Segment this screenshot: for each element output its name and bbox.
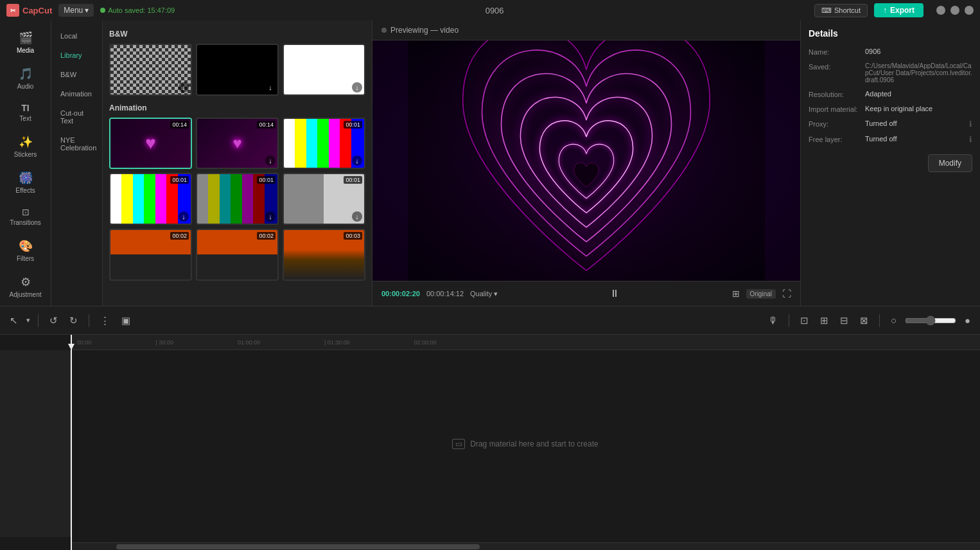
compare-button[interactable]: ⊞: [732, 288, 740, 299]
original-badge: Original: [746, 289, 776, 299]
link-button[interactable]: ⊠: [857, 313, 871, 328]
duration-heart2: 00:14: [257, 121, 276, 129]
transitions-icon: ⊡: [22, 207, 30, 217]
saved-value: C:/Users/Malavida/AppData/Local/CapCut/U…: [865, 62, 972, 84]
saved-label: Saved:: [809, 62, 860, 84]
thumb-bars2[interactable]: 00:01 ↓: [109, 173, 192, 225]
effects-icon: 🎆: [19, 171, 33, 185]
undo-button[interactable]: ↺: [46, 313, 61, 328]
thumb-black[interactable]: ↓: [196, 44, 279, 96]
download-icon-bars3[interactable]: ↓: [265, 211, 276, 222]
crop-button[interactable]: ⊟: [837, 313, 852, 328]
thumb-orange2[interactable]: 00:02: [196, 229, 279, 281]
sidebar-item-adjustment[interactable]: ⚙ Adjustment: [3, 270, 48, 303]
duration-orange3: 00:03: [344, 232, 362, 240]
snap-button[interactable]: ⊞: [817, 313, 832, 328]
sidebar-nye[interactable]: NYE Celebration: [54, 131, 100, 157]
sidebar-bw[interactable]: B&W: [54, 66, 100, 84]
sidebar-item-filters[interactable]: 🎨 Filters: [3, 234, 48, 267]
media-icon: 🎬: [19, 31, 33, 45]
menu-button[interactable]: Menu ▾: [58, 4, 94, 17]
sidebar-local[interactable]: Local: [54, 27, 100, 45]
window-controls: [936, 6, 974, 15]
freelayer-info-icon[interactable]: ℹ: [969, 135, 972, 144]
logo-icon: ✂: [6, 4, 19, 17]
name-label: Name:: [809, 48, 860, 56]
quality-button[interactable]: Quality ▾: [470, 290, 498, 298]
zoom-in-button[interactable]: ●: [961, 313, 974, 328]
timeline-scrollbar[interactable]: [71, 542, 980, 550]
download-icon-2[interactable]: ↓: [352, 82, 362, 93]
bottom-area: ↖ ▾ ↺ ↻ ⋮ ▣ 🎙 ⊡ ⊞ ⊟ ⊠ ○ ● 00:00 | 30:00 …: [0, 306, 980, 550]
sidebar-item-stickers[interactable]: ✨ Stickers: [3, 130, 48, 163]
thumb-heart2[interactable]: ♥ 00:14 ↓: [196, 118, 279, 170]
project-title: 0906: [181, 6, 808, 15]
drop-icon: ▭: [452, 439, 465, 449]
minimize-button[interactable]: [936, 6, 945, 15]
pause-button[interactable]: ⏸: [606, 287, 624, 301]
sidebar-item-audio[interactable]: 🎵 Audio: [3, 62, 48, 95]
sidebar-item-media[interactable]: 🎬 Media: [3, 26, 48, 59]
fullscreen-button[interactable]: ⛶: [782, 288, 791, 299]
sidebar-item-text[interactable]: TI Text: [3, 98, 48, 127]
thumb-heart1[interactable]: 00:14: [109, 118, 192, 170]
detail-freelayer: Free layer: Turned off ℹ: [809, 135, 972, 144]
freelayer-label: Free layer:: [809, 135, 860, 144]
modify-button[interactable]: Modify: [928, 154, 972, 172]
sidebar-item-transitions[interactable]: ⊡ Transitions: [3, 202, 48, 231]
cursor-tool[interactable]: ↖: [6, 313, 21, 328]
sidebar-item-effects[interactable]: 🎆 Effects: [3, 166, 48, 199]
sidebar-animation[interactable]: Animation: [54, 85, 100, 103]
shortcut-button[interactable]: ⌨ Shortcut: [814, 4, 868, 17]
playhead: [71, 335, 72, 550]
fit-button[interactable]: ⊡: [797, 313, 812, 328]
close-button[interactable]: [965, 6, 974, 15]
bw-grid: ↓ ↓ ↓: [109, 44, 365, 96]
stickers-icon: ✨: [19, 135, 33, 149]
proxy-label: Proxy:: [809, 120, 860, 129]
thumb-bars4[interactable]: 00:01 ↓: [283, 173, 365, 225]
ruler-mark-2: 01:00:00: [238, 339, 260, 346]
delete-button[interactable]: ▣: [118, 313, 134, 328]
timeline-ruler: 00:00 | 30:00 01:00:00 | 01:30:00 02:00:…: [71, 335, 980, 350]
proxy-info-icon[interactable]: ℹ: [969, 120, 972, 129]
quality-chevron: ▾: [494, 290, 498, 298]
scroll-thumb[interactable]: [116, 544, 480, 549]
freelayer-value: Turned off: [865, 135, 961, 144]
thumb-orange1[interactable]: 00:02: [109, 229, 192, 281]
duration-orange2: 00:02: [257, 232, 276, 240]
thumb-white[interactable]: ↓: [283, 44, 365, 96]
thumb-checkered[interactable]: ↓: [109, 44, 192, 96]
download-icon-1[interactable]: ↓: [265, 82, 276, 93]
zoom-out-button[interactable]: ○: [888, 313, 900, 328]
split-button[interactable]: ⋮: [97, 313, 113, 328]
animation-grid: 00:14 ♥ 00:14 ↓ 00:01 ↓: [109, 118, 365, 281]
neon-hearts-svg: [372, 40, 800, 281]
thumb-orange3[interactable]: 00:03: [283, 229, 365, 281]
ruler-mark-3: | 01:30:00: [324, 339, 350, 346]
adjustment-label: Adjustment: [9, 291, 41, 298]
detail-resolution: Resolution: Adapted: [809, 90, 972, 98]
resolution-value: Adapted: [865, 90, 972, 98]
svg-rect-0: [408, 40, 765, 281]
thumb-bars3[interactable]: 00:01 ↓: [196, 173, 279, 225]
name-value: 0906: [865, 48, 972, 56]
download-icon-bars2[interactable]: ↓: [179, 211, 189, 222]
zoom-slider[interactable]: [905, 315, 956, 326]
download-icon-bars4[interactable]: ↓: [352, 211, 362, 222]
toolbar-nav: 🎬 Media 🎵 Audio TI Text ✨ Stickers 🎆 Eff…: [0, 21, 51, 306]
preview-controls: 00:00:02:20 00:00:14:12 Quality ▾ ⏸ ⊞ Or…: [372, 281, 800, 306]
thumb-bars1[interactable]: 00:01 ↓: [283, 118, 365, 170]
mic-button[interactable]: 🎙: [765, 313, 781, 328]
sidebar-library[interactable]: Library: [54, 46, 100, 64]
sidebar-cutout[interactable]: Cut-out Text: [54, 104, 100, 130]
download-icon-0[interactable]: ↓: [179, 82, 189, 93]
animation-section-title: Animation: [109, 103, 365, 112]
auto-saved-status: Auto saved: 15:47:09: [100, 6, 175, 14]
maximize-button[interactable]: [950, 6, 959, 15]
cursor-chevron[interactable]: ▾: [26, 316, 30, 324]
effects-label: Effects: [15, 187, 35, 194]
redo-button[interactable]: ↻: [66, 313, 81, 328]
media-sidebar: Local Library B&W Animation Cut-out Text…: [51, 21, 103, 306]
export-button[interactable]: ↑ Export: [874, 3, 923, 17]
